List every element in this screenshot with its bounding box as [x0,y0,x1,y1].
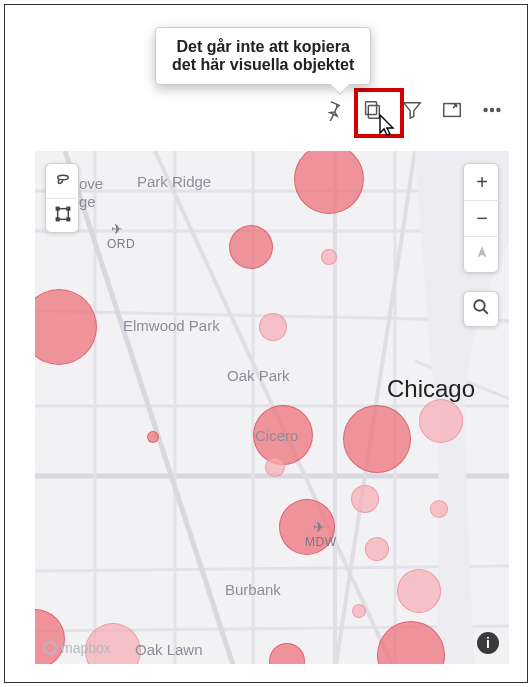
svg-point-28 [474,300,485,311]
svg-point-4 [491,109,494,112]
data-bubble[interactable] [365,537,389,561]
map-label: ge [79,193,96,210]
svg-point-5 [497,109,500,112]
data-bubble[interactable] [397,569,441,613]
reset-north-button[interactable] [464,236,500,272]
attribution-text: mapbox [61,640,111,656]
mapbox-logo-icon [43,641,57,655]
svg-rect-26 [56,218,59,221]
map-select-controls [45,163,79,233]
map-search-button[interactable] [463,291,499,327]
data-bubble[interactable] [430,500,448,518]
airport-code-mdw: MDW [305,535,337,549]
data-bubble[interactable] [265,457,285,477]
map-nav-controls: + − [463,163,499,273]
map-label-chicago: Chicago [387,375,475,403]
tooltip-line2: det här visuella objektet [172,56,354,74]
map-label-cicero: Cicero [255,427,298,444]
map-info-button[interactable]: i [477,632,499,654]
data-bubble[interactable] [229,225,273,269]
minus-icon: − [476,207,488,230]
airplane-icon: ✈︎ [313,519,325,535]
map-label-park-ridge: Park Ridge [137,173,211,190]
bounds-icon [55,206,71,226]
plus-icon: + [476,171,488,194]
focus-mode-icon [441,99,463,125]
svg-rect-24 [56,207,59,210]
pin-icon [321,99,343,125]
data-bubble[interactable] [351,485,379,513]
zoom-out-button[interactable]: − [464,200,500,236]
map-label-oak-lawn: Oak Lawn [135,641,203,658]
search-icon [472,298,490,320]
data-bubble[interactable] [419,399,463,443]
fit-bounds-button[interactable] [46,198,80,232]
data-bubble[interactable] [259,313,287,341]
zoom-in-button[interactable]: + [464,164,500,200]
map-attribution[interactable]: mapbox [43,640,111,656]
airplane-icon: ✈︎ [111,221,123,237]
svg-point-3 [484,109,487,112]
lasso-select-button[interactable] [46,164,80,198]
data-bubble[interactable] [352,604,366,618]
airport-code-ord: ORD [107,237,135,251]
map-label: ove [79,175,103,192]
more-icon [481,99,503,125]
cursor-pointer-icon [378,113,398,141]
lasso-icon [54,170,72,192]
data-bubble[interactable] [147,431,159,443]
info-icon: i [486,635,490,651]
svg-line-11 [35,566,509,571]
svg-rect-25 [67,207,70,210]
data-bubble[interactable] [343,405,411,473]
pin-button[interactable] [317,97,347,127]
map-label-burbank: Burbank [225,581,281,598]
svg-line-29 [483,309,488,314]
more-options-button[interactable] [477,97,507,127]
svg-rect-2 [444,104,461,117]
svg-rect-27 [67,218,70,221]
visual-frame: Det går inte att kopiera det här visuell… [4,4,528,683]
filter-icon [401,99,423,125]
focus-mode-button[interactable] [437,97,467,127]
map-label-elmwood-park: Elmwood Park [123,317,220,334]
map-visual[interactable]: ove ge Park Ridge Elmwood Park Oak Park … [35,151,509,664]
data-bubble[interactable] [321,249,337,265]
tooltip-tail [330,75,350,95]
tooltip-line1: Det går inte att kopiera [172,38,354,56]
tooltip-cannot-copy: Det går inte att kopiera det här visuell… [155,27,371,85]
map-label-oak-park: Oak Park [227,367,290,384]
compass-icon [475,243,489,266]
visual-toolbar [317,97,507,127]
